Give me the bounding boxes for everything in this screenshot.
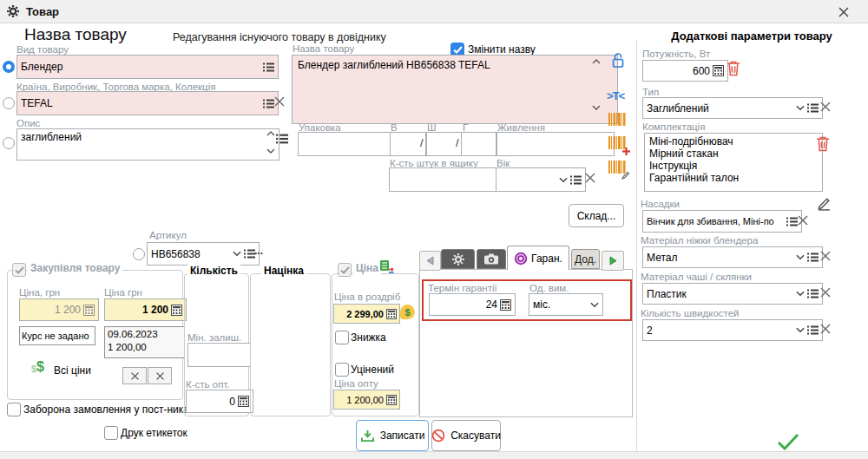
money-icon[interactable]: $ [400, 305, 415, 319]
cancel-button[interactable]: Скасувати [431, 420, 501, 451]
price-checkbox[interactable] [338, 263, 352, 277]
discount-checkbox[interactable] [335, 331, 349, 344]
clear-price-box-2[interactable] [148, 367, 172, 384]
scroll-up-icon[interactable] [266, 131, 275, 136]
list-icon[interactable] [807, 252, 819, 262]
calculator-icon[interactable] [386, 309, 397, 319]
name-textarea[interactable]: Блендер заглиблений HB656838 TEFAL [292, 55, 618, 124]
unit-combo[interactable]: міс. [529, 293, 603, 316]
list-icon[interactable] [807, 289, 819, 298]
leg-material-combo[interactable]: Метал [642, 246, 823, 268]
warranty-term-field[interactable]: 24 [429, 293, 516, 316]
print-labels-checkbox[interactable] [104, 426, 118, 440]
chevron-down-icon[interactable] [796, 105, 805, 111]
wholesale-price-field[interactable]: 1 200,00 [333, 390, 400, 410]
price-list-icon[interactable] [380, 260, 395, 274]
calculator-icon[interactable] [83, 305, 95, 316]
power-field[interactable]: 600 [642, 60, 728, 82]
barcode-icon[interactable] [608, 113, 628, 128]
stock-button[interactable]: Склад... [569, 204, 624, 227]
tab-warranty[interactable]: Гаран. [507, 246, 569, 270]
description-list-icon[interactable] [276, 134, 288, 144]
clear-price-box-1[interactable] [122, 367, 147, 384]
list-item[interactable]: Міні-подрібнювач [649, 135, 818, 148]
purchase-price-field[interactable]: 1 200 [19, 298, 99, 321]
markup-groupbox [250, 273, 331, 416]
per-box-field[interactable] [389, 167, 500, 192]
type-combo[interactable]: Заглиблений [642, 97, 823, 119]
article-radio[interactable] [133, 248, 145, 260]
brand-field[interactable]: TEFAL [16, 91, 279, 115]
power-supply-field[interactable] [496, 132, 615, 156]
wholesale-qty-field[interactable]: 0 [186, 390, 253, 413]
attachments-field[interactable]: Вінчик для збивання, Міні-по [642, 210, 802, 233]
list-icon[interactable] [807, 325, 819, 335]
chevron-down-icon[interactable] [796, 327, 805, 333]
list-item[interactable]: Мірний стакан [649, 148, 818, 160]
trash-icon[interactable] [727, 60, 740, 76]
speeds-combo[interactable]: 2 [642, 319, 823, 341]
tab-photo[interactable] [477, 249, 506, 269]
edit-pencil-icon[interactable] [817, 196, 832, 211]
bowl-material-combo[interactable]: Пластик [642, 283, 823, 305]
purchase-checkbox[interactable] [12, 263, 26, 277]
packaging-field[interactable] [298, 132, 397, 156]
description-field[interactable]: заглиблений [16, 128, 279, 161]
leg-material-clear-icon[interactable] [819, 250, 832, 262]
chevron-down-icon[interactable] [796, 291, 805, 297]
article-label: Артикул [149, 230, 187, 240]
chevron-down-icon[interactable] [796, 254, 805, 260]
chevron-down-icon[interactable] [233, 251, 241, 257]
fit-text-icon[interactable]: >T< [607, 89, 624, 102]
tabs-scroll-left-button[interactable] [419, 251, 441, 271]
tabs-scroll-right-button[interactable] [602, 251, 624, 271]
dollar-icon[interactable]: $ [36, 359, 44, 375]
barcode-add-icon[interactable] [608, 136, 628, 152]
speeds-clear-icon[interactable] [819, 323, 832, 335]
age-combo[interactable] [496, 167, 586, 192]
scroll-down-icon[interactable] [266, 148, 275, 154]
all-prices-link[interactable]: Всі ціни [54, 364, 91, 377]
bundle-listbox[interactable]: Міні-подрібнювач Мірний стакан Інструкці… [644, 133, 823, 192]
save-button[interactable]: Записати [356, 420, 429, 451]
depth-field[interactable] [461, 132, 496, 156]
power-label: Потужність, Вт [642, 49, 710, 59]
kind-field[interactable]: Блендер [16, 55, 279, 79]
trash-icon[interactable] [816, 135, 830, 152]
ban-supplier-checkbox[interactable] [7, 403, 21, 416]
type-clear-icon[interactable] [819, 101, 832, 113]
list-icon[interactable] [807, 103, 819, 113]
article-more-button[interactable]: ... [254, 245, 263, 257]
min-stock-field[interactable] [187, 343, 251, 367]
calculator-icon[interactable] [500, 299, 511, 311]
age-clear-icon[interactable] [584, 172, 596, 184]
tab-additional[interactable]: Дод. [571, 249, 600, 269]
description-radio[interactable] [3, 137, 15, 149]
brand-clear-icon[interactable] [273, 95, 286, 108]
markdown-checkbox[interactable] [335, 363, 349, 377]
calculator-icon[interactable] [238, 396, 249, 407]
list-item[interactable]: Інструкція [649, 160, 818, 172]
list-item[interactable]: Гарантійний талон [649, 172, 818, 184]
list-icon[interactable] [263, 62, 274, 72]
calculator-icon[interactable] [386, 395, 397, 405]
chevron-down-icon[interactable] [590, 302, 599, 308]
purchase-price2-field[interactable]: 1 200 [104, 298, 187, 321]
bowl-material-clear-icon[interactable] [819, 286, 832, 298]
tab-settings[interactable] [441, 249, 475, 269]
barcode-edit-icon[interactable] [608, 161, 628, 176]
list-icon[interactable] [570, 175, 582, 185]
attachments-clear-icon[interactable] [797, 214, 809, 226]
lock-icon[interactable] [611, 52, 625, 69]
retail-price-field[interactable]: 2 299,00 [333, 304, 400, 324]
calculator-icon[interactable] [713, 65, 724, 76]
article-combo[interactable]: HB656838 [147, 242, 260, 266]
brand-radio[interactable] [3, 97, 15, 109]
close-button[interactable] [835, 4, 852, 20]
chevron-down-icon[interactable] [559, 177, 568, 183]
name-scroll-up-icon[interactable] [592, 59, 601, 64]
name-scroll-down-icon[interactable] [592, 105, 601, 110]
kind-radio[interactable] [3, 61, 15, 73]
confirm-check-icon[interactable] [777, 433, 799, 450]
calculator-icon[interactable] [171, 305, 182, 316]
